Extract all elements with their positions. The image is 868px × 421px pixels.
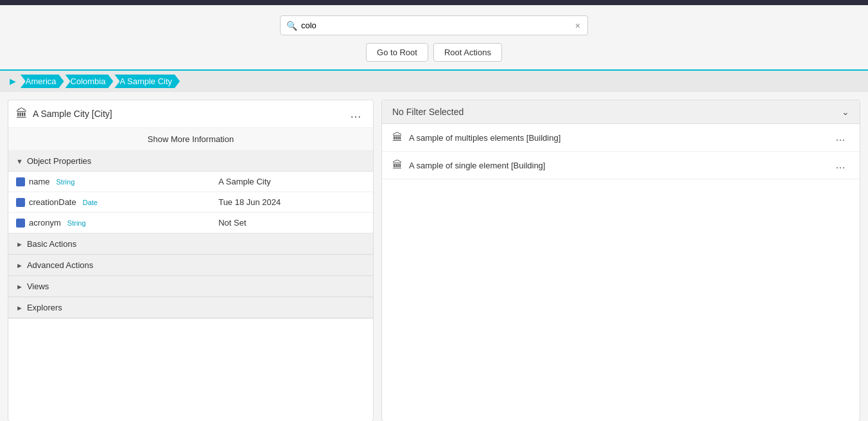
property-row: acronym String Not Set bbox=[8, 213, 373, 233]
goto-root-button[interactable]: Go to Root bbox=[366, 43, 428, 62]
collapsible-section-item: ► Basic Actions bbox=[8, 234, 373, 255]
breadcrumb-item-1[interactable]: Colombia bbox=[65, 75, 114, 88]
prop-name: name bbox=[29, 177, 50, 186]
section-header[interactable]: ► Basic Actions bbox=[8, 234, 373, 255]
section-header[interactable]: ► Advanced Actions bbox=[8, 255, 373, 276]
collapse-icon: ▼ bbox=[16, 157, 23, 165]
root-actions-button[interactable]: Root Actions bbox=[433, 43, 502, 62]
action-buttons: Go to Root Root Actions bbox=[0, 40, 868, 69]
section-label: Basic Actions bbox=[27, 239, 76, 249]
building-more-button[interactable]: … bbox=[831, 158, 849, 172]
city-icon: 🏛 bbox=[16, 107, 28, 121]
buildings-list: 🏛 A sample of multiples elements [Buildi… bbox=[382, 124, 860, 179]
building-name: A sample of multiples elements [Building… bbox=[409, 133, 560, 143]
search-icon: 🔍 bbox=[286, 21, 297, 31]
expand-icon: ► bbox=[16, 240, 23, 248]
building-item: 🏛 A sample of single element [Building] … bbox=[382, 152, 860, 179]
collapsible-section-item: ► Views bbox=[8, 276, 373, 298]
top-bar bbox=[0, 0, 868, 5]
left-panel: 🏛 A Sample City [City] … Show More Infor… bbox=[8, 100, 374, 421]
building-icon: 🏛 bbox=[392, 132, 403, 143]
section-header[interactable]: ► Views bbox=[8, 276, 373, 297]
object-properties-section: ▼ Object Properties name String A Sample… bbox=[8, 151, 373, 234]
section-label: Advanced Actions bbox=[27, 260, 93, 270]
prop-value: Tue 18 Jun 2024 bbox=[211, 192, 373, 213]
properties-table: name String A Sample City creationDate D… bbox=[8, 172, 373, 233]
panel-title-text: A Sample City [City] bbox=[33, 109, 112, 119]
expand-icon: ► bbox=[16, 283, 23, 291]
filter-label: No Filter Selected bbox=[392, 107, 464, 117]
section-label: Views bbox=[27, 282, 49, 291]
prop-indicator bbox=[16, 198, 25, 207]
breadcrumb-item-0[interactable]: America bbox=[21, 75, 64, 88]
prop-indicator bbox=[16, 219, 25, 228]
prop-value: A Sample City bbox=[211, 172, 373, 192]
collapsible-sections: ► Basic Actions ► Advanced Actions ► Vie… bbox=[8, 234, 373, 319]
building-item: 🏛 A sample of multiples elements [Buildi… bbox=[382, 124, 860, 152]
property-row: name String A Sample City bbox=[8, 172, 373, 192]
search-wrapper: 🔍 × bbox=[280, 15, 588, 35]
section-label: Explorers bbox=[27, 303, 62, 312]
search-input[interactable] bbox=[280, 15, 588, 35]
object-properties-header[interactable]: ▼ Object Properties bbox=[8, 151, 373, 172]
panel-title: 🏛 A Sample City [City] bbox=[16, 107, 112, 121]
object-properties-label: Object Properties bbox=[27, 156, 91, 166]
show-more-info[interactable]: Show More Information bbox=[8, 128, 373, 151]
prop-type: String bbox=[56, 178, 75, 186]
building-name: A sample of single element [Building] bbox=[409, 161, 545, 170]
expand-icon: ► bbox=[16, 304, 23, 312]
filter-header: No Filter Selected ⌄ bbox=[382, 100, 860, 124]
building-icon: 🏛 bbox=[392, 159, 403, 171]
property-row: creationDate Date Tue 18 Jun 2024 bbox=[8, 192, 373, 213]
prop-value: Not Set bbox=[211, 213, 373, 233]
prop-type: String bbox=[67, 219, 86, 227]
search-area: 🔍 × bbox=[0, 5, 868, 40]
filter-chevron-icon[interactable]: ⌄ bbox=[842, 107, 849, 117]
main-content: 🏛 A Sample City [City] … Show More Infor… bbox=[0, 92, 868, 421]
breadcrumb-item-2[interactable]: A Sample City bbox=[114, 75, 180, 88]
collapsible-section-item: ► Explorers bbox=[8, 298, 373, 319]
breadcrumb: ► America Colombia A Sample City bbox=[0, 69, 868, 92]
collapsible-section-item: ► Advanced Actions bbox=[8, 255, 373, 276]
search-clear-button[interactable]: × bbox=[573, 19, 583, 32]
panel-header: 🏛 A Sample City [City] … bbox=[8, 100, 373, 128]
panel-more-button[interactable]: … bbox=[346, 107, 365, 121]
building-more-button[interactable]: … bbox=[831, 130, 849, 145]
prop-name: acronym bbox=[29, 218, 61, 228]
right-panel: No Filter Selected ⌄ 🏛 A sample of multi… bbox=[381, 100, 860, 421]
prop-name: creationDate bbox=[29, 197, 76, 207]
breadcrumb-start-icon: ► bbox=[8, 76, 18, 87]
expand-icon: ► bbox=[16, 262, 23, 269]
prop-indicator bbox=[16, 177, 25, 186]
prop-type: Date bbox=[83, 199, 98, 206]
section-header[interactable]: ► Explorers bbox=[8, 298, 373, 318]
